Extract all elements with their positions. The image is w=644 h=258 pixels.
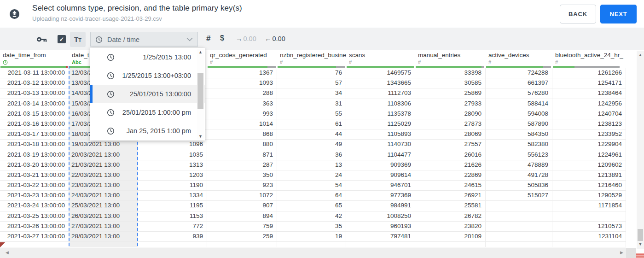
table-cell[interactable]: 1096 <box>138 140 207 149</box>
horizontal-scrollbar[interactable]: ◀ ▶ <box>0 248 636 258</box>
table-cell[interactable]: 27873 <box>415 119 486 129</box>
table-cell[interactable]: 76 <box>277 68 346 78</box>
table-cell[interactable]: 2021-03-18 13:00:00 <box>0 140 69 149</box>
table-cell[interactable]: 1125029 <box>346 119 415 129</box>
table-cell[interactable]: 584350 <box>486 129 552 139</box>
table-cell[interactable]: 661397 <box>486 78 552 88</box>
table-cell[interactable]: 515027 <box>486 191 552 200</box>
column-header-date_time_from[interactable]: date_time_from <box>0 51 69 68</box>
scroll-left-icon[interactable]: ◀ <box>6 250 9 255</box>
table-cell[interactable]: 1112703 <box>346 88 415 98</box>
table-cell[interactable]: 1104477 <box>346 150 415 160</box>
checkbox-checked[interactable]: ✓ <box>58 35 66 43</box>
table-cell[interactable]: 909369 <box>346 160 415 170</box>
table-cell[interactable]: 2021-03-23 13:00:00 <box>0 191 69 200</box>
table-cell[interactable]: 54 <box>277 181 346 190</box>
table-cell[interactable]: 61 <box>277 119 346 129</box>
table-cell[interactable] <box>552 242 626 247</box>
table-cell[interactable]: 1254171 <box>552 78 626 88</box>
table-cell[interactable]: 28/03/2021 13:00 <box>69 232 138 241</box>
table-cell[interactable]: 1367 <box>207 68 277 78</box>
table-cell[interactable]: 1233952 <box>552 129 626 139</box>
table-cell[interactable]: 26/03/2021 13:00 <box>69 211 138 221</box>
table-cell[interactable]: 1153 <box>138 211 207 221</box>
column-header-scans[interactable]: scans# <box>346 51 415 68</box>
table-cell[interactable]: 57 <box>277 78 346 88</box>
table-cell[interactable]: 1203 <box>138 170 207 180</box>
table-cell[interactable]: 576280 <box>486 88 552 98</box>
scroll-right-icon[interactable]: ▶ <box>620 250 623 255</box>
table-cell[interactable]: 1469575 <box>346 68 415 78</box>
datetime-format-option[interactable]: 1/25/2015 13:00+03:00 <box>90 66 205 85</box>
datetime-format-option[interactable]: 25/01/2015 13:00:00 <box>90 85 205 103</box>
table-cell[interactable]: 582380 <box>486 140 552 149</box>
column-header-active_devices[interactable]: active_devices# <box>486 51 552 68</box>
table-cell[interactable]: 946701 <box>346 181 415 190</box>
table-cell[interactable]: 2021-03-20 13:00:00 <box>0 160 69 170</box>
table-cell[interactable]: 27557 <box>415 140 486 149</box>
table-cell[interactable]: 871 <box>207 150 277 160</box>
table-cell[interactable]: 1261266 <box>552 68 626 78</box>
table-cell[interactable]: 2021-03-13 13:00:00 <box>0 88 69 98</box>
table-cell[interactable]: 20109 <box>415 232 486 241</box>
table-cell[interactable]: 26921 <box>415 191 486 200</box>
table-cell[interactable]: 977369 <box>346 191 415 200</box>
table-cell[interactable]: 1210573 <box>552 222 626 231</box>
table-cell[interactable] <box>486 222 552 231</box>
table-cell[interactable]: 28090 <box>415 109 486 119</box>
table-cell[interactable]: 23820 <box>415 222 486 231</box>
table-cell[interactable]: 288 <box>207 88 277 98</box>
currency-type-button[interactable]: $ <box>220 34 224 42</box>
table-cell[interactable]: 26782 <box>415 211 486 221</box>
table-cell[interactable]: 2021-03-17 13:00:00 <box>0 129 69 139</box>
table-cell[interactable] <box>277 242 346 247</box>
increase-decimal-button[interactable]: →0.00 <box>236 35 256 42</box>
table-cell[interactable]: 2021-03-12 13:00:00 <box>0 78 69 88</box>
table-cell[interactable]: 1224961 <box>552 150 626 160</box>
table-cell[interactable]: 2021-03-15 13:00:00 <box>0 109 69 119</box>
table-cell[interactable]: 27/03/2021 13:00 <box>69 222 138 231</box>
table-cell[interactable]: 49 <box>277 140 346 149</box>
table-cell[interactable]: 1135378 <box>346 109 415 119</box>
table-cell[interactable]: 65 <box>277 201 346 211</box>
column-header-qr_codes_generated[interactable]: qr_codes_generated# <box>207 51 277 68</box>
table-cell[interactable]: 2021-03-19 13:00:00 <box>0 150 69 160</box>
table-cell[interactable]: 25/03/2021 13:00 <box>69 201 138 211</box>
table-cell[interactable]: 2021-03-21 13:00:00 <box>0 170 69 180</box>
datetime-format-option[interactable]: 25/01/2015 1:00:00 pm <box>90 103 205 122</box>
table-cell[interactable]: 1072 <box>207 191 277 200</box>
scrollbar-thumb[interactable] <box>638 229 643 241</box>
table-cell[interactable]: 24 <box>277 170 346 180</box>
table-cell[interactable]: 23/03/2021 13:00 <box>69 181 138 190</box>
table-cell[interactable]: 22869 <box>415 170 486 180</box>
scroll-up-icon[interactable]: ▲ <box>197 49 204 55</box>
table-cell[interactable] <box>486 232 552 241</box>
table-cell[interactable]: 25581 <box>415 201 486 211</box>
scroll-down-icon[interactable]: ▼ <box>197 133 204 140</box>
table-cell[interactable]: 880 <box>207 140 277 149</box>
table-cell[interactable]: 907 <box>207 201 277 211</box>
table-cell[interactable]: 1213891 <box>552 170 626 180</box>
table-cell[interactable]: 1238464 <box>552 88 626 98</box>
table-cell[interactable]: 1195 <box>138 201 207 211</box>
table-cell[interactable]: 1290529 <box>552 191 626 200</box>
vertical-scrollbar[interactable]: ▲ ▼ <box>637 51 644 249</box>
number-type-button[interactable]: # <box>206 34 210 43</box>
table-cell[interactable]: 1014 <box>207 119 277 129</box>
table-cell[interactable]: 491728 <box>486 170 552 180</box>
table-cell[interactable]: 984991 <box>346 201 415 211</box>
table-cell[interactable]: 1238123 <box>552 119 626 129</box>
table-cell[interactable]: 1229904 <box>552 140 626 149</box>
table-cell[interactable]: 30585 <box>415 78 486 88</box>
table-cell[interactable]: 21/03/2021 13:00 <box>69 160 138 170</box>
next-button[interactable]: NEXT <box>600 5 637 23</box>
table-cell[interactable]: 594008 <box>486 109 552 119</box>
table-cell[interactable]: 923 <box>207 181 277 190</box>
table-cell[interactable]: 588414 <box>486 99 552 109</box>
table-cell[interactable]: 20/03/2021 13:00 <box>69 150 138 160</box>
table-cell[interactable]: 22/03/2021 13:00 <box>69 170 138 180</box>
table-cell[interactable]: 44 <box>277 129 346 139</box>
table-cell[interactable] <box>486 201 552 211</box>
table-cell[interactable] <box>207 242 277 247</box>
table-cell[interactable]: 587890 <box>486 119 552 129</box>
